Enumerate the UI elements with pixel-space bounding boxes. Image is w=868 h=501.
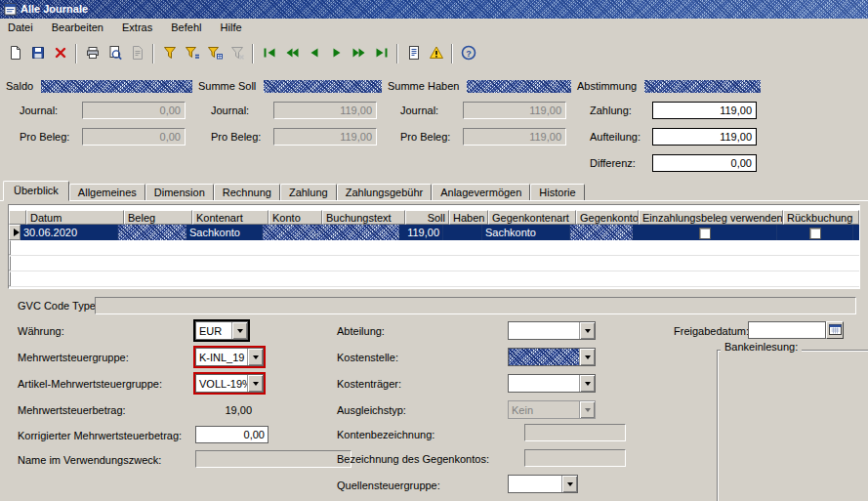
einzahlungsbeleg-checkbox[interactable] — [699, 228, 711, 239]
warning-button[interactable] — [425, 43, 447, 64]
menu-datei[interactable]: Datei — [0, 19, 41, 37]
grid-row-empty[interactable] — [9, 271, 859, 287]
waehrung-label: Währung: — [18, 322, 64, 340]
gvc-code-typen-label: GVC Code Typen: — [18, 297, 104, 314]
calendar-icon — [829, 323, 842, 337]
kostentraeger-dropdown-button[interactable] — [579, 375, 595, 392]
filter-by-selection-button[interactable] — [181, 43, 203, 64]
filter-button[interactable] — [158, 43, 181, 64]
group-summe-haben-header: Summe Haben — [386, 80, 571, 93]
artikel-mehrwertsteuergruppe-dropdown-button[interactable] — [247, 375, 263, 392]
column-header-gegenkontenart[interactable]: Gegenkontenart — [488, 210, 576, 225]
kostentraeger-combo[interactable] — [508, 374, 596, 393]
quellensteuergruppe-combo[interactable] — [508, 475, 578, 493]
column-header-soll[interactable]: Soll — [405, 210, 449, 225]
korrigierter-mehrwertsteuerbetrag-input[interactable]: 0,00 — [195, 426, 269, 443]
kostenstelle-value-redacted — [509, 349, 579, 365]
grid-row-empty[interactable] — [9, 240, 859, 256]
korrigierter-mehrwertsteuerbetrag-label: Korrigierter Mehrwertsteuerbetrag: — [18, 427, 182, 444]
kontenbezeichnung-field-redacted — [524, 424, 626, 441]
tab-historie[interactable]: Historie — [530, 184, 584, 201]
menu-hilfe[interactable]: Hilfe — [213, 19, 250, 37]
help-button[interactable]: ? — [457, 43, 479, 64]
grid-header-row: Datum Beleg Kontenart Konto Buchungstext… — [9, 210, 859, 225]
row-selector[interactable] — [9, 256, 11, 271]
row-selector[interactable] — [9, 271, 11, 286]
tab-allgemeines[interactable]: Allgemeines — [69, 184, 145, 201]
name-im-verwendungszweck-field — [195, 450, 351, 468]
cell-gegenkontenart[interactable]: Sachkonto — [482, 225, 570, 240]
column-header-konto[interactable]: Konto — [269, 210, 322, 225]
next-area-button[interactable] — [348, 43, 370, 64]
differenz-label: Differenz: — [590, 154, 636, 172]
saldo-pro-beleg-label: Pro Beleg: — [20, 128, 69, 146]
bankeinlesung-label: Bankeinlesung: — [721, 341, 802, 353]
column-header-kontenart[interactable]: Kontenart — [192, 210, 269, 225]
haben-journal-label: Journal: — [400, 102, 438, 119]
mehrwertsteuergruppe-combo[interactable]: K-INL_19 — [195, 348, 264, 366]
row-selector[interactable] — [9, 225, 21, 240]
document-handling-button[interactable] — [402, 43, 425, 64]
group-summe-haben-title: Summe Haben — [386, 80, 467, 93]
funnel-icon — [162, 45, 178, 63]
print-preview-button[interactable] — [103, 43, 126, 64]
tab-zahlung[interactable]: Zahlung — [280, 184, 337, 201]
grid-row-selected[interactable]: 30.06.2020 Sachkonto 119,00 Sachkonto — [9, 225, 859, 240]
menu-befehl[interactable]: Befehl — [163, 19, 209, 37]
menu-extras[interactable]: Extras — [114, 19, 160, 37]
column-header-datum[interactable]: Datum — [26, 210, 124, 225]
document-view-button[interactable] — [126, 43, 148, 64]
kostenstelle-dropdown-button[interactable] — [579, 349, 595, 365]
column-header-buchungstext[interactable]: Buchungstext — [322, 210, 405, 225]
rueckbuchung-checkbox[interactable] — [809, 228, 821, 239]
cell-beleg-redacted[interactable] — [118, 225, 186, 240]
cell-haben[interactable] — [443, 225, 482, 240]
mehrwertsteuerbetrag-value: 19,00 — [195, 401, 252, 419]
tab-zahlungsgebuehr[interactable]: Zahlungsgebühr — [337, 184, 433, 201]
new-record-button[interactable] — [4, 43, 26, 64]
mehrwertsteuergruppe-dropdown-button[interactable] — [247, 349, 263, 365]
quellensteuergruppe-dropdown-button[interactable] — [561, 476, 577, 492]
column-header-haben[interactable]: Haben — [449, 210, 488, 225]
column-header-rueckbuchung[interactable]: Rückbuchung — [783, 210, 859, 225]
remove-filter-button[interactable] — [226, 43, 248, 64]
cell-soll[interactable]: 119,00 — [399, 225, 443, 240]
next-record-button[interactable] — [325, 43, 348, 64]
filter-by-field-button[interactable] — [203, 43, 226, 64]
cell-konto-redacted[interactable] — [263, 225, 316, 240]
cell-datum[interactable]: 30.06.2020 — [21, 225, 118, 240]
print-button[interactable] — [81, 43, 103, 64]
column-header-gegenkonto[interactable]: Gegenkonto — [576, 210, 639, 225]
titlebar: Alle Journale — [0, 0, 868, 19]
tab-ueberblick[interactable]: Überblick — [3, 181, 69, 201]
abteilung-dropdown-button[interactable] — [579, 322, 595, 339]
grid-row-empty[interactable] — [9, 256, 859, 271]
row-selector[interactable] — [9, 240, 11, 255]
freigabedatum-calendar-button[interactable] — [826, 321, 844, 339]
tab-rechnung[interactable]: Rechnung — [214, 184, 280, 201]
artikel-mehrwertsteuergruppe-combo[interactable]: VOLL-19% — [195, 374, 264, 393]
tab-anlagevermoegen[interactable]: Anlagevermögen — [432, 184, 530, 201]
column-header-einzahlungsbeleg[interactable]: Einzahlungsbeleg verwenden — [639, 210, 783, 225]
kostenstelle-combo[interactable] — [508, 348, 596, 366]
tab-dimension[interactable]: Dimension — [145, 184, 214, 201]
toolbar-separator — [252, 44, 254, 63]
save-button[interactable] — [26, 43, 49, 64]
waehrung-dropdown-button[interactable] — [231, 322, 247, 339]
last-record-button[interactable] — [370, 43, 393, 64]
menu-bearbeiten[interactable]: Bearbeiten — [44, 19, 111, 37]
cell-buchungstext-redacted[interactable] — [316, 225, 399, 240]
cell-kontenart[interactable]: Sachkonto — [186, 225, 263, 240]
cell-gegenkonto-redacted[interactable] — [570, 225, 633, 240]
delete-button[interactable] — [49, 43, 71, 64]
abteilung-combo[interactable] — [508, 321, 596, 340]
chevron-down-icon — [585, 355, 591, 359]
first-record-button[interactable] — [258, 43, 280, 64]
waehrung-combo[interactable]: EUR — [195, 321, 248, 340]
previous-area-button[interactable] — [280, 43, 303, 64]
freigabedatum-input[interactable] — [748, 321, 826, 339]
column-header-beleg[interactable]: Beleg — [124, 210, 192, 225]
previous-record-button[interactable] — [303, 43, 325, 64]
new-document-icon — [8, 45, 23, 63]
bezeichnung-des-gegenkontos-field-redacted — [524, 449, 626, 467]
